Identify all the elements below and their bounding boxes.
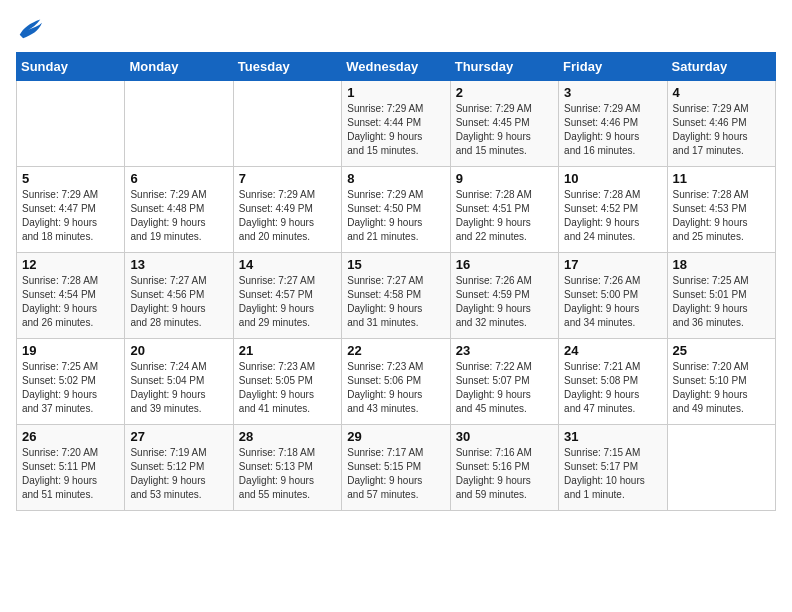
day-number: 10 [564, 171, 661, 186]
day-info: Sunrise: 7:18 AM Sunset: 5:13 PM Dayligh… [239, 446, 336, 502]
day-info: Sunrise: 7:28 AM Sunset: 4:51 PM Dayligh… [456, 188, 553, 244]
calendar-cell: 5Sunrise: 7:29 AM Sunset: 4:47 PM Daylig… [17, 167, 125, 253]
day-number: 1 [347, 85, 444, 100]
calendar-cell: 4Sunrise: 7:29 AM Sunset: 4:46 PM Daylig… [667, 81, 775, 167]
day-number: 28 [239, 429, 336, 444]
weekday-header-thursday: Thursday [450, 53, 558, 81]
calendar-table: SundayMondayTuesdayWednesdayThursdayFrid… [16, 52, 776, 511]
calendar-cell [233, 81, 341, 167]
day-number: 6 [130, 171, 227, 186]
day-number: 3 [564, 85, 661, 100]
day-info: Sunrise: 7:29 AM Sunset: 4:46 PM Dayligh… [564, 102, 661, 158]
calendar-cell: 15Sunrise: 7:27 AM Sunset: 4:58 PM Dayli… [342, 253, 450, 339]
calendar-cell: 25Sunrise: 7:20 AM Sunset: 5:10 PM Dayli… [667, 339, 775, 425]
calendar-cell: 16Sunrise: 7:26 AM Sunset: 4:59 PM Dayli… [450, 253, 558, 339]
calendar-week-row: 5Sunrise: 7:29 AM Sunset: 4:47 PM Daylig… [17, 167, 776, 253]
calendar-cell: 13Sunrise: 7:27 AM Sunset: 4:56 PM Dayli… [125, 253, 233, 339]
day-info: Sunrise: 7:20 AM Sunset: 5:11 PM Dayligh… [22, 446, 119, 502]
day-number: 11 [673, 171, 770, 186]
logo-bird-icon [16, 16, 44, 40]
day-number: 30 [456, 429, 553, 444]
weekday-header-tuesday: Tuesday [233, 53, 341, 81]
day-number: 29 [347, 429, 444, 444]
calendar-cell: 14Sunrise: 7:27 AM Sunset: 4:57 PM Dayli… [233, 253, 341, 339]
day-info: Sunrise: 7:28 AM Sunset: 4:53 PM Dayligh… [673, 188, 770, 244]
day-number: 4 [673, 85, 770, 100]
day-number: 25 [673, 343, 770, 358]
day-number: 21 [239, 343, 336, 358]
day-info: Sunrise: 7:27 AM Sunset: 4:58 PM Dayligh… [347, 274, 444, 330]
day-number: 20 [130, 343, 227, 358]
day-info: Sunrise: 7:28 AM Sunset: 4:52 PM Dayligh… [564, 188, 661, 244]
day-info: Sunrise: 7:29 AM Sunset: 4:49 PM Dayligh… [239, 188, 336, 244]
day-info: Sunrise: 7:29 AM Sunset: 4:44 PM Dayligh… [347, 102, 444, 158]
weekday-header-saturday: Saturday [667, 53, 775, 81]
calendar-cell: 12Sunrise: 7:28 AM Sunset: 4:54 PM Dayli… [17, 253, 125, 339]
day-number: 18 [673, 257, 770, 272]
day-info: Sunrise: 7:26 AM Sunset: 4:59 PM Dayligh… [456, 274, 553, 330]
weekday-header-friday: Friday [559, 53, 667, 81]
page-header [16, 16, 776, 40]
weekday-header-sunday: Sunday [17, 53, 125, 81]
day-info: Sunrise: 7:17 AM Sunset: 5:15 PM Dayligh… [347, 446, 444, 502]
day-info: Sunrise: 7:25 AM Sunset: 5:02 PM Dayligh… [22, 360, 119, 416]
day-number: 17 [564, 257, 661, 272]
day-info: Sunrise: 7:24 AM Sunset: 5:04 PM Dayligh… [130, 360, 227, 416]
calendar-cell: 11Sunrise: 7:28 AM Sunset: 4:53 PM Dayli… [667, 167, 775, 253]
calendar-cell: 30Sunrise: 7:16 AM Sunset: 5:16 PM Dayli… [450, 425, 558, 511]
calendar-cell: 29Sunrise: 7:17 AM Sunset: 5:15 PM Dayli… [342, 425, 450, 511]
calendar-week-row: 26Sunrise: 7:20 AM Sunset: 5:11 PM Dayli… [17, 425, 776, 511]
day-number: 5 [22, 171, 119, 186]
day-number: 9 [456, 171, 553, 186]
calendar-cell: 2Sunrise: 7:29 AM Sunset: 4:45 PM Daylig… [450, 81, 558, 167]
day-info: Sunrise: 7:22 AM Sunset: 5:07 PM Dayligh… [456, 360, 553, 416]
day-number: 31 [564, 429, 661, 444]
day-number: 23 [456, 343, 553, 358]
calendar-cell: 1Sunrise: 7:29 AM Sunset: 4:44 PM Daylig… [342, 81, 450, 167]
weekday-header-wednesday: Wednesday [342, 53, 450, 81]
day-info: Sunrise: 7:15 AM Sunset: 5:17 PM Dayligh… [564, 446, 661, 502]
day-info: Sunrise: 7:29 AM Sunset: 4:48 PM Dayligh… [130, 188, 227, 244]
day-info: Sunrise: 7:29 AM Sunset: 4:46 PM Dayligh… [673, 102, 770, 158]
day-info: Sunrise: 7:23 AM Sunset: 5:05 PM Dayligh… [239, 360, 336, 416]
calendar-cell: 31Sunrise: 7:15 AM Sunset: 5:17 PM Dayli… [559, 425, 667, 511]
day-number: 12 [22, 257, 119, 272]
day-info: Sunrise: 7:23 AM Sunset: 5:06 PM Dayligh… [347, 360, 444, 416]
calendar-cell: 10Sunrise: 7:28 AM Sunset: 4:52 PM Dayli… [559, 167, 667, 253]
day-number: 7 [239, 171, 336, 186]
day-number: 24 [564, 343, 661, 358]
day-info: Sunrise: 7:29 AM Sunset: 4:47 PM Dayligh… [22, 188, 119, 244]
calendar-cell: 19Sunrise: 7:25 AM Sunset: 5:02 PM Dayli… [17, 339, 125, 425]
day-info: Sunrise: 7:16 AM Sunset: 5:16 PM Dayligh… [456, 446, 553, 502]
day-info: Sunrise: 7:27 AM Sunset: 4:56 PM Dayligh… [130, 274, 227, 330]
calendar-cell: 24Sunrise: 7:21 AM Sunset: 5:08 PM Dayli… [559, 339, 667, 425]
calendar-week-row: 12Sunrise: 7:28 AM Sunset: 4:54 PM Dayli… [17, 253, 776, 339]
day-info: Sunrise: 7:29 AM Sunset: 4:50 PM Dayligh… [347, 188, 444, 244]
calendar-cell: 26Sunrise: 7:20 AM Sunset: 5:11 PM Dayli… [17, 425, 125, 511]
day-info: Sunrise: 7:27 AM Sunset: 4:57 PM Dayligh… [239, 274, 336, 330]
day-info: Sunrise: 7:20 AM Sunset: 5:10 PM Dayligh… [673, 360, 770, 416]
day-info: Sunrise: 7:19 AM Sunset: 5:12 PM Dayligh… [130, 446, 227, 502]
day-number: 8 [347, 171, 444, 186]
calendar-week-row: 1Sunrise: 7:29 AM Sunset: 4:44 PM Daylig… [17, 81, 776, 167]
calendar-cell [125, 81, 233, 167]
weekday-header-monday: Monday [125, 53, 233, 81]
day-info: Sunrise: 7:25 AM Sunset: 5:01 PM Dayligh… [673, 274, 770, 330]
day-number: 15 [347, 257, 444, 272]
day-info: Sunrise: 7:29 AM Sunset: 4:45 PM Dayligh… [456, 102, 553, 158]
day-number: 22 [347, 343, 444, 358]
calendar-cell: 18Sunrise: 7:25 AM Sunset: 5:01 PM Dayli… [667, 253, 775, 339]
calendar-cell: 23Sunrise: 7:22 AM Sunset: 5:07 PM Dayli… [450, 339, 558, 425]
calendar-week-row: 19Sunrise: 7:25 AM Sunset: 5:02 PM Dayli… [17, 339, 776, 425]
calendar-cell: 27Sunrise: 7:19 AM Sunset: 5:12 PM Dayli… [125, 425, 233, 511]
calendar-cell: 22Sunrise: 7:23 AM Sunset: 5:06 PM Dayli… [342, 339, 450, 425]
day-number: 19 [22, 343, 119, 358]
day-info: Sunrise: 7:28 AM Sunset: 4:54 PM Dayligh… [22, 274, 119, 330]
calendar-cell: 3Sunrise: 7:29 AM Sunset: 4:46 PM Daylig… [559, 81, 667, 167]
day-number: 14 [239, 257, 336, 272]
calendar-cell: 17Sunrise: 7:26 AM Sunset: 5:00 PM Dayli… [559, 253, 667, 339]
calendar-cell [667, 425, 775, 511]
calendar-cell: 7Sunrise: 7:29 AM Sunset: 4:49 PM Daylig… [233, 167, 341, 253]
day-number: 2 [456, 85, 553, 100]
weekday-header-row: SundayMondayTuesdayWednesdayThursdayFrid… [17, 53, 776, 81]
